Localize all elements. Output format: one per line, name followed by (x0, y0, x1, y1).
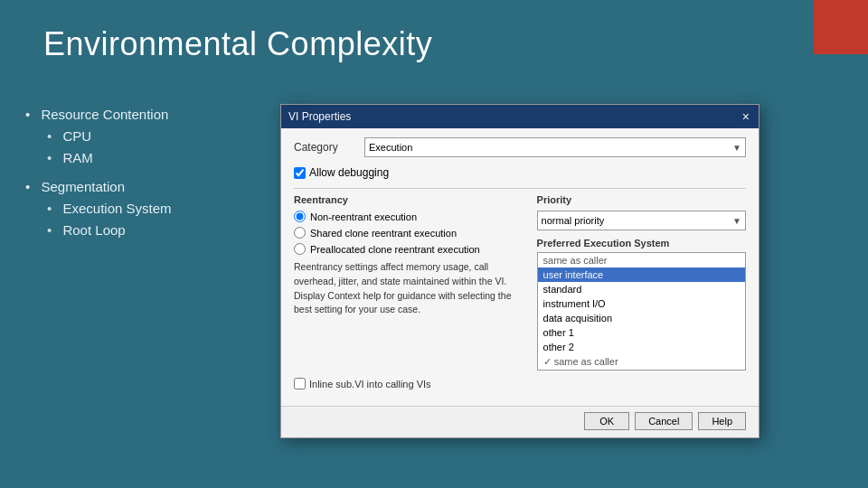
pref-exec-section-label: Preferred Execution System (537, 238, 746, 249)
radio-preallocated-input[interactable] (294, 243, 306, 255)
inline-vi-checkbox[interactable] (294, 378, 306, 389)
dialog-footer: OK Cancel Help (281, 406, 759, 437)
allow-debugging-checkbox[interactable] (294, 167, 306, 179)
category-dropdown-arrow: ▼ (732, 143, 741, 153)
dialog-close-button[interactable]: × (741, 109, 751, 124)
ok-button[interactable]: OK (584, 412, 629, 430)
dialog-title: VI Properties (288, 110, 351, 123)
two-col-layout: Reentrancy Non-reentrant execution Share… (294, 194, 746, 371)
list-item-cpu: CPU (47, 126, 172, 147)
category-label: Category (294, 141, 357, 154)
radio-non-reentrant-input[interactable] (294, 211, 306, 222)
category-value: Execution (369, 142, 412, 153)
radio-non-reentrant[interactable]: Non-reentrant execution (294, 211, 524, 222)
list-item-root-loop: Root Loop (47, 220, 172, 241)
category-row: Category Execution ▼ (294, 137, 746, 157)
radio-preallocated[interactable]: Preallocated clone reentrant execution (294, 243, 524, 255)
priority-section: Priority normal priority ▼ Preferred Exe… (537, 194, 746, 371)
divider-1 (294, 188, 746, 189)
pref-exec-item-same-as-caller-check[interactable]: ✓ same as caller (538, 354, 745, 370)
pref-exec-item-other1[interactable]: other 1 (538, 325, 745, 340)
pref-exec-item-data-acquisition[interactable]: data acquisition (538, 311, 745, 325)
pref-exec-item-user-interface[interactable]: user interface (538, 267, 745, 282)
allow-debugging-label: Allow debugging (309, 166, 389, 179)
list-item-segmentation: Segmentation Execution System Root Loop (25, 176, 172, 241)
allow-debugging-row: Allow debugging (294, 166, 746, 179)
inline-vi-label: Inline sub.VI into calling VIs (309, 379, 431, 389)
list-item-ram: RAM (47, 147, 172, 169)
category-select[interactable]: Execution ▼ (364, 137, 746, 157)
dialog-body: Category Execution ▼ Allow debugging Ree… (281, 128, 759, 406)
help-button[interactable]: Help (698, 412, 746, 430)
priority-value: normal priority (542, 215, 605, 226)
bullet-list: Resource Contention CPU RAM Segmentation… (25, 104, 172, 245)
priority-dropdown-arrow: ▼ (732, 216, 741, 226)
cancel-button[interactable]: Cancel (635, 412, 693, 430)
radio-shared-clone-input[interactable] (294, 227, 306, 239)
reentrancy-note: Reentrancy settings affect memory usage,… (294, 260, 524, 317)
pref-exec-item-standard[interactable]: standard (538, 282, 745, 296)
page-title: Environmental Complexity (43, 25, 432, 63)
inline-vi-row: Inline sub.VI into calling VIs (294, 378, 746, 389)
pref-exec-item-instrument-io[interactable]: instrument I/O (538, 296, 745, 311)
pref-exec-item-other2[interactable]: other 2 (538, 340, 745, 354)
accent-decoration (814, 0, 868, 54)
reentrancy-section: Reentrancy Non-reentrant execution Share… (294, 194, 524, 371)
list-item-execution-system: Execution System (47, 198, 172, 220)
pref-exec-item-same-as-caller-top[interactable]: same as caller (538, 253, 745, 267)
priority-label: Priority (537, 194, 746, 205)
reentrancy-radio-group: Non-reentrant execution Shared clone ree… (294, 211, 524, 255)
pref-exec-list[interactable]: same as caller user interface standard i… (537, 252, 746, 371)
reentrancy-label: Reentrancy (294, 194, 524, 205)
list-item-resource: Resource Contention CPU RAM (25, 104, 172, 169)
vi-properties-dialog: VI Properties × Category Execution ▼ All… (280, 104, 760, 438)
radio-shared-clone[interactable]: Shared clone reentrant execution (294, 227, 524, 239)
dialog-titlebar: VI Properties × (281, 105, 759, 128)
priority-select[interactable]: normal priority ▼ (537, 211, 746, 230)
